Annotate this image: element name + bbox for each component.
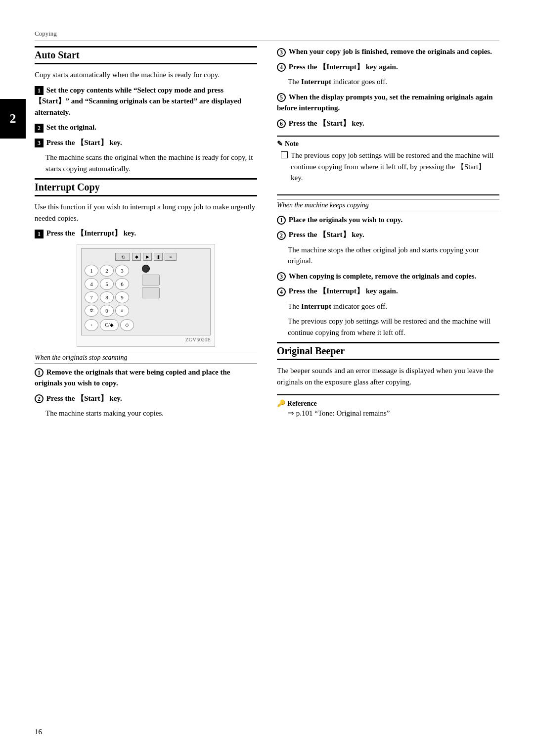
stepH-text: Press the 【Start】 key. <box>289 231 364 238</box>
beeper-divider <box>277 394 499 395</box>
right-panel <box>142 265 160 331</box>
step1-num: 1 <box>35 86 44 95</box>
stepG-circle: 1 <box>277 216 286 225</box>
pencil-icon: ✎ <box>277 140 283 148</box>
stepG-text: Place the originals you wish to copy. <box>289 216 402 224</box>
key-3: 3 <box>115 265 129 277</box>
subheading-stop: When the originals stop scanning <box>35 352 257 364</box>
key-star: ✲ <box>85 305 98 317</box>
key-4: 4 <box>85 278 98 290</box>
stepB-circle: 2 <box>35 394 44 403</box>
original-beeper-title: Original Beeper <box>277 342 499 360</box>
interrupt-stepB: 2 Press the 【Start】 key. <box>35 393 257 404</box>
step3-text: Press the 【Start】 key. <box>46 139 122 146</box>
interrupt-copy-title: Interrupt Copy <box>35 178 257 196</box>
two-col-layout: Auto Start Copy starts automatically whe… <box>35 46 499 423</box>
interrupt-copy-section: Interrupt Copy Use this function if you … <box>35 178 257 419</box>
stepD-desc: The Interrupt indicator goes off. <box>288 76 499 88</box>
key-0: 0 <box>100 305 114 317</box>
key-hash: # <box>115 305 129 317</box>
step1-text: Set the copy contents while “Se­lect cop… <box>35 86 241 116</box>
key-6: 6 <box>115 278 129 290</box>
right-btn-1 <box>142 275 160 285</box>
stepI-text: When copying is complete, remove the ori… <box>289 272 477 280</box>
stepA-circle: 1 <box>35 368 44 377</box>
key-7: 7 <box>85 291 98 303</box>
stepI-circle: 3 <box>277 272 286 281</box>
key-1: 1 <box>85 265 98 277</box>
interrupt-stepF: 6 Press the 【Start】 key. <box>277 118 499 129</box>
auto-start-section: Auto Start Copy starts automatically whe… <box>35 46 257 174</box>
img-caption: ZGV5020E <box>81 336 211 342</box>
keypad-bottom-row: ◦ C/◆ ◇ <box>85 319 134 331</box>
stepD-text: Press the 【Interrupt】 key again. <box>289 63 398 71</box>
key-dot: ◦ <box>85 319 98 331</box>
step3-num: 3 <box>35 139 44 147</box>
interrupt-stepJ: 4 Press the 【Interrupt】 key again. <box>277 285 499 297</box>
note-checkbox <box>281 151 288 158</box>
original-beeper-section: Original Beeper The beeper sounds and an… <box>277 342 499 419</box>
stepC-text: When your copy job is finished, remove t… <box>289 47 492 55</box>
key-2: 2 <box>100 265 114 277</box>
machine-icon-5: ≡ <box>165 253 177 261</box>
interrupt-step1-text: Press the 【Interrupt】 key. <box>46 229 136 237</box>
key-icon: 🔑 <box>277 399 285 408</box>
reference-title: 🔑 Reference <box>277 399 499 408</box>
key-ce: C/◆ <box>100 319 119 331</box>
machine-body: 1 2 3 4 5 6 7 8 9 ✲ <box>85 265 207 331</box>
note-box: ✎ Note The previous copy job settings wi… <box>277 136 499 195</box>
note-item1-text: The previous copy job settings will be r… <box>291 150 499 184</box>
keypad: 1 2 3 4 5 6 7 8 9 ✲ <box>85 265 134 331</box>
subheading-keeps: When the machine keeps copying <box>277 199 499 211</box>
stepJ-text: Press the 【Interrupt】 key again. <box>289 287 398 295</box>
stepJ-desc: The Interrupt indicator goes off. The pr… <box>288 301 499 338</box>
interrupt-stepD: 4 Press the 【Interrupt】 key again. <box>277 61 499 73</box>
stepE-circle: 5 <box>277 93 286 102</box>
machine-top-bar: ⎗ ◆ ▶ ▮ ≡ <box>115 253 177 261</box>
machine-image: ⎗ ◆ ▶ ▮ ≡ 1 2 3 <box>77 244 215 347</box>
reference-text: ⇒ p.101 “Tone: Original remains” <box>288 408 499 419</box>
note-item1: The previous copy job settings will be r… <box>281 150 499 188</box>
note-title: ✎ Note <box>277 140 499 148</box>
stepE-text: When the display prompts you, set the re… <box>277 93 493 112</box>
interrupt-step1-num: 1 <box>35 230 44 238</box>
key-5: 5 <box>100 278 114 290</box>
col-right: 3 When your copy job is finished, remove… <box>277 46 499 423</box>
page-number: 16 <box>35 728 42 736</box>
interrupt-stepH: 2 Press the 【Start】 key. <box>277 229 499 240</box>
key-8: 8 <box>100 291 114 303</box>
auto-start-step2: 2 Set the original. <box>35 122 257 133</box>
note-divider-bottom <box>277 194 499 195</box>
interrupt-stepA: 1 Remove the originals that were being c… <box>35 367 257 389</box>
keypad-grid: 1 2 3 4 5 6 7 8 9 ✲ <box>85 265 134 317</box>
chapter-tab: 2 <box>0 99 26 139</box>
machine-icon-4: ▮ <box>154 253 163 261</box>
stepH-circle: 2 <box>277 231 286 240</box>
key-diamond: ◇ <box>120 319 134 331</box>
interrupt-stepG: 1 Place the originals you wish to copy. <box>277 214 499 226</box>
page: Copying 2 Auto Start Copy starts automat… <box>0 0 534 756</box>
interrupt-step1: 1 Press the 【Interrupt】 key. <box>35 228 257 239</box>
step2-text: Set the original. <box>46 123 96 131</box>
reference-block: 🔑 Reference ⇒ p.101 “Tone: Original rema… <box>277 399 499 419</box>
stepB-desc: The machine starts making your copies. <box>45 408 257 419</box>
interrupt-stepC: 3 When your copy job is finished, remove… <box>277 46 499 57</box>
stepF-text: Press the 【Start】 key. <box>289 119 364 127</box>
indicator-dot <box>142 265 150 273</box>
note-divider-top <box>277 136 499 137</box>
step3-desc: The machine scans the original when the … <box>45 152 257 174</box>
interrupt-copy-intro: Use this function if you wish to interru… <box>35 201 257 224</box>
auto-start-step1: 1 Set the copy contents while “Se­lect c… <box>35 85 257 118</box>
stepH-desc: The machine stops the other original job… <box>288 244 499 267</box>
breadcrumb: Copying <box>35 30 499 41</box>
right-btn-2 <box>142 287 160 298</box>
interrupt-stepI: 3 When copying is complete, remove the o… <box>277 271 499 282</box>
key-9: 9 <box>115 291 129 303</box>
stepD-circle: 4 <box>277 63 286 72</box>
auto-start-intro: Copy starts automatically when the machi… <box>35 69 257 81</box>
stepA-text: Remove the originals that were being cop… <box>35 368 230 387</box>
col-left: Auto Start Copy starts automatically whe… <box>35 46 257 423</box>
machine-inner: ⎗ ◆ ▶ ▮ ≡ 1 2 3 <box>81 248 211 335</box>
stepF-circle: 6 <box>277 119 286 128</box>
stepJ-circle: 4 <box>277 287 286 296</box>
